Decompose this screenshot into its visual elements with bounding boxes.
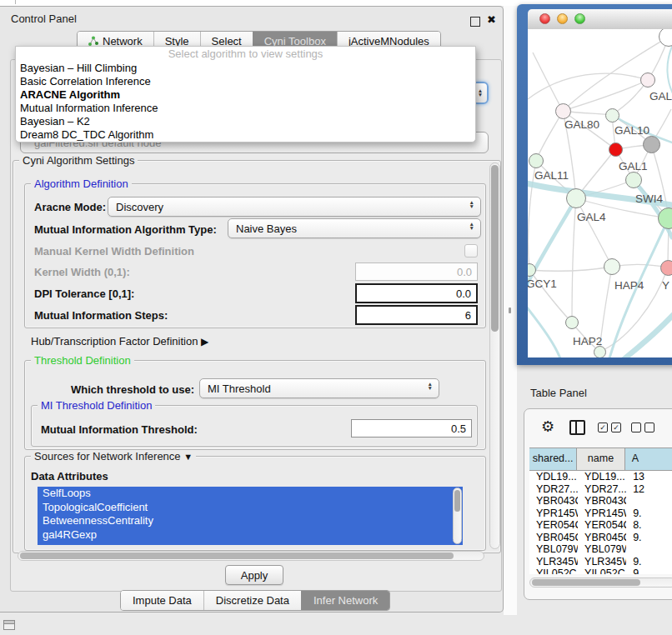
data-attributes-list[interactable]: SelfLoopsTopologicalCoefficientBetweenne… (38, 487, 463, 545)
table-row[interactable]: YDL19...YDL19...13 (529, 471, 672, 483)
apply-button[interactable]: Apply (225, 565, 283, 585)
column-header-shared-name[interactable]: shared... (529, 448, 577, 470)
table-cell[interactable]: YBR045C (529, 532, 578, 544)
close-window-icon[interactable] (539, 13, 550, 24)
table-cell[interactable]: YDL19... (578, 471, 626, 483)
kernel-width-input[interactable]: 0.0 (355, 262, 478, 281)
settings-vertical-scrollbar[interactable] (489, 162, 500, 549)
table-cell[interactable] (626, 495, 672, 508)
mi-type-select[interactable]: Naive Bayes ▲▼ (228, 218, 481, 238)
table-row[interactable]: YLR345WYLR345W9. (529, 556, 672, 568)
gear-icon[interactable]: ⚙ (541, 418, 554, 436)
network-node[interactable] (643, 136, 660, 153)
split-columns-icon[interactable] (569, 420, 585, 435)
algorithm-option-mutual-information-inference[interactable]: Mutual Information Inference (16, 102, 475, 115)
table-cell[interactable]: 9. (626, 568, 672, 574)
table-cell[interactable]: YIL052C (578, 568, 626, 574)
column-header-next[interactable]: A (625, 448, 672, 470)
table-cell[interactable]: YBL079W (578, 543, 626, 556)
table-row[interactable]: YDR27...YDR27...12 (529, 483, 672, 496)
unchecked-checkbox-icon[interactable] (631, 422, 641, 432)
checked-checkbox-icon[interactable]: ✓ (598, 422, 608, 432)
aracne-mode-select[interactable]: Discovery ▲▼ (108, 197, 481, 217)
table-cell[interactable]: 9. (626, 556, 672, 568)
table-cell[interactable]: YDR27... (529, 483, 578, 496)
table-cell[interactable]: 9. (626, 508, 672, 520)
network-node-gal80[interactable] (555, 103, 571, 119)
manual-kernel-checkbox[interactable] (464, 244, 478, 258)
table-cell[interactable]: YDR27... (578, 483, 626, 496)
network-node-hap2[interactable] (565, 316, 579, 329)
network-node-gal1[interactable] (625, 172, 642, 188)
algorithm-option-bayesian-k2[interactable]: Bayesian – K2 (16, 115, 475, 128)
table-cell[interactable]: YIL052C (529, 568, 578, 574)
table-cell[interactable]: YPR145W (529, 508, 578, 520)
network-node-swi4[interactable] (658, 208, 672, 229)
network-node-gcy1[interactable] (528, 263, 536, 277)
attribute-item-selfloops[interactable]: SelfLoops (38, 487, 463, 501)
dock-panel-icon[interactable] (3, 620, 15, 630)
unchecked-checkbox-icon[interactable] (644, 422, 654, 432)
which-threshold-select[interactable]: MI Threshold ▲▼ (199, 378, 439, 398)
network-node-y[interactable] (660, 260, 672, 276)
network-node[interactable] (594, 346, 606, 358)
table-cell[interactable]: 8. (626, 519, 672, 532)
algorithm-option-bayesian-hill-climbing[interactable]: Bayesian – Hill Climbing (16, 62, 475, 75)
table-row[interactable]: YIL052CYIL052C9. (529, 568, 672, 574)
checked-checkbox-icon[interactable]: ✓ (611, 422, 621, 432)
network-view-window[interactable]: GALGAL80GAL10GAL1GAL11SWI4GAL4GCY1HAP4YH… (517, 4, 672, 365)
settings-hscroll-thumb[interactable] (20, 552, 454, 559)
minimize-window-icon[interactable] (557, 13, 568, 24)
table-row[interactable]: YBL079WYBL079W (529, 543, 672, 556)
attribute-item-betweennesscentrality[interactable]: BetweennessCentrality (38, 514, 463, 528)
attributes-scroll-thumb[interactable] (454, 490, 460, 512)
attribute-item-topologicalcoefficient[interactable]: TopologicalCoefficient (38, 501, 463, 515)
dpi-tolerance-input[interactable]: 0.0 (355, 283, 478, 303)
network-node-gal4[interactable] (566, 188, 586, 208)
network-node[interactable] (659, 29, 672, 47)
table-cell[interactable] (626, 543, 672, 556)
table-cell[interactable]: 9. (626, 532, 672, 544)
table-cell[interactable]: YLR345W (578, 556, 626, 568)
table-row[interactable]: YPR145WYPR145W9. (529, 508, 672, 520)
table-hscroll-thumb[interactable] (532, 579, 640, 586)
algorithm-option-dream8-dc-tdc-algorithm[interactable]: Dream8 DC_TDC Algorithm (16, 128, 475, 142)
float-panel-icon[interactable] (470, 17, 480, 27)
mi-steps-input[interactable]: 6 (355, 305, 478, 325)
table-cell[interactable]: YDL19... (529, 471, 578, 483)
table-cell[interactable]: 13 (626, 471, 672, 483)
table-body[interactable]: YDL19...YDL19...13YDR27...YDR27...12YBR0… (529, 471, 672, 574)
table-cell[interactable]: 12 (626, 483, 672, 496)
bottom-tab-discretize-data[interactable]: Discretize Data (203, 591, 301, 610)
bottom-tab-impute-data[interactable]: Impute Data (121, 591, 203, 610)
mi-threshold-input[interactable]: 0.5 (351, 419, 472, 438)
settings-horizontal-scrollbar[interactable] (18, 551, 484, 561)
table-cell[interactable]: YBR043C (529, 495, 578, 508)
network-node[interactable] (609, 142, 623, 157)
table-row[interactable]: YBR043CYBR043C (529, 495, 672, 508)
network-node-gal10[interactable] (605, 108, 619, 122)
table-cell[interactable]: YER054C (578, 519, 626, 532)
table-cell[interactable]: YLR345W (529, 556, 578, 568)
collapse-down-icon[interactable]: ▼ (183, 452, 193, 462)
table-cell[interactable]: YBR045C (578, 532, 626, 544)
hub-section-toggle[interactable]: Hub/Transcription Factor Definition ▶ (31, 335, 208, 348)
attributes-list-scrollbar[interactable] (453, 488, 462, 544)
table-row[interactable]: YBR045CYBR045C9. (529, 532, 672, 544)
settings-vscroll-thumb[interactable] (491, 165, 499, 332)
table-cell[interactable]: YBL079W (529, 543, 578, 556)
network-canvas[interactable]: GALGAL80GAL10GAL1GAL11SWI4GAL4GCY1HAP4YH… (528, 29, 672, 358)
attribute-item-gal4rgexp[interactable]: gal4RGexp (38, 528, 463, 542)
algorithm-option-basic-correlation-inference[interactable]: Basic Correlation Inference (16, 75, 475, 88)
table-cell[interactable]: YPR145W (578, 508, 626, 520)
table-horizontal-scrollbar[interactable] (529, 578, 672, 588)
network-node-gal11[interactable] (529, 153, 544, 168)
table-cell[interactable]: YBR043C (578, 495, 626, 508)
table-row[interactable]: YER054CYER054C8. (529, 519, 672, 532)
bottom-tab-infer-network[interactable]: Infer Network (301, 591, 389, 610)
column-header-name[interactable]: name (577, 448, 624, 470)
network-node-hap4[interactable] (604, 258, 620, 275)
network-window-titlebar[interactable] (528, 9, 672, 30)
close-panel-icon[interactable]: ✖ (487, 13, 496, 26)
zoom-window-icon[interactable] (574, 13, 585, 24)
